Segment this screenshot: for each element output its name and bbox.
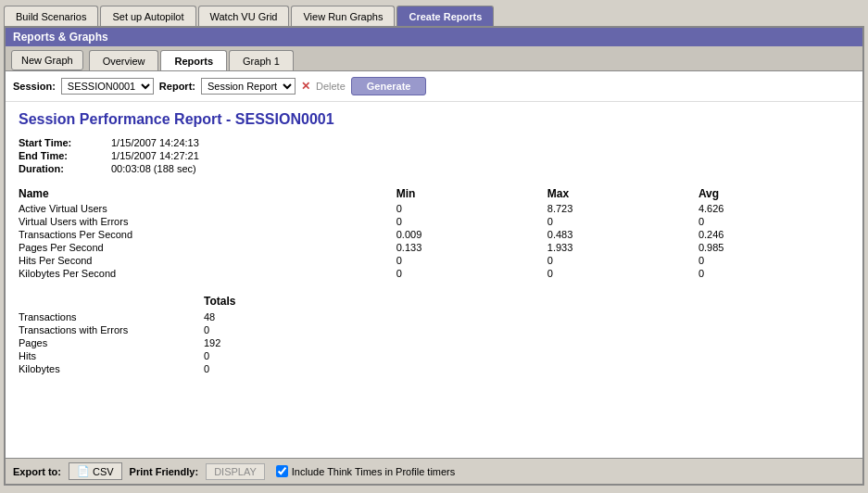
stats-table: Name Min Max Avg Active Virtual Users 0 … — [19, 185, 849, 280]
table-row: Pages Per Second 0.133 1.933 0.985 — [19, 241, 849, 254]
list-item: Kilobytes 0 — [19, 363, 849, 374]
table-row: Hits Per Second 0 0 0 — [19, 254, 849, 267]
end-time-value: 1/15/2007 14:27:21 — [111, 150, 199, 161]
end-time-row: End Time: 1/15/2007 14:27:21 — [19, 150, 849, 161]
controls-bar: Session: SESSION0001 Report: Session Rep… — [6, 71, 862, 102]
totals-row-value: 48 — [204, 311, 215, 322]
bottom-bar: Export to: 📄 CSV Print Friendly: DISPLAY… — [6, 458, 862, 484]
totals-row-label: Kilobytes — [19, 363, 204, 374]
row-name: Active Virtual Users — [19, 202, 396, 215]
tab-setup-autopilot[interactable]: Set up Autopilot — [100, 6, 195, 26]
tab-view-run-graphs[interactable]: View Run Graphs — [291, 6, 395, 26]
totals-header: Totals — [19, 293, 849, 311]
tab-build-scenarios[interactable]: Build Scenarios — [4, 6, 98, 26]
col-avg-header: Avg — [698, 185, 849, 202]
row-avg: 0.985 — [698, 241, 849, 254]
start-time-label: Start Time: — [19, 137, 111, 148]
row-max: 1.933 — [547, 241, 698, 254]
list-item: Pages 192 — [19, 337, 849, 348]
row-avg: 0.246 — [698, 228, 849, 241]
totals-row-value: 0 — [204, 363, 209, 374]
table-row: Kilobytes Per Second 0 0 0 — [19, 267, 849, 280]
tab-watch-vu-grid[interactable]: Watch VU Grid — [198, 6, 290, 26]
row-name: Transactions Per Second — [19, 228, 396, 241]
duration-row: Duration: 00:03:08 (188 sec) — [19, 163, 849, 174]
print-label: Print Friendly: — [130, 466, 199, 477]
tab-graph1[interactable]: Graph 1 — [229, 50, 294, 70]
think-times-label: Include Think Times in Profile timers — [292, 466, 455, 477]
totals-row-label: Pages — [19, 337, 204, 348]
totals-row-value: 192 — [204, 337, 220, 348]
row-name: Virtual Users with Errors — [19, 215, 396, 228]
export-label: Export to: — [13, 466, 61, 477]
start-time-row: Start Time: 1/15/2007 14:24:13 — [19, 137, 849, 148]
panel-header: Reports & Graphs — [6, 28, 862, 46]
main-container: Reports & Graphs New Graph Overview Repo… — [4, 26, 864, 486]
totals-row-label: Transactions — [19, 311, 204, 322]
csv-button[interactable]: 📄 CSV — [69, 462, 122, 480]
table-row: Transactions Per Second 0.009 0.483 0.24… — [19, 228, 849, 241]
row-max: 0 — [547, 215, 698, 228]
delete-button[interactable]: Delete — [316, 81, 346, 92]
report-title: Session Performance Report - SESSION0001 — [19, 111, 849, 128]
row-min: 0 — [396, 254, 547, 267]
totals-row-value: 0 — [204, 350, 209, 361]
list-item: Transactions 48 — [19, 311, 849, 322]
row-max: 0.483 — [547, 228, 698, 241]
table-row: Virtual Users with Errors 0 0 0 — [19, 215, 849, 228]
row-min: 0.009 — [396, 228, 547, 241]
row-max: 0 — [547, 267, 698, 280]
row-max: 0 — [547, 254, 698, 267]
tab-overview[interactable]: Overview — [89, 50, 159, 70]
display-button[interactable]: DISPLAY — [206, 463, 265, 480]
list-item: Hits 0 — [19, 350, 849, 361]
list-item: Transactions with Errors 0 — [19, 324, 849, 335]
session-label: Session: — [13, 81, 56, 92]
row-max: 8.723 — [547, 202, 698, 215]
inner-tabs-bar: New Graph Overview Reports Graph 1 — [6, 46, 862, 71]
stats-header-row: Name Min Max Avg — [19, 185, 849, 202]
col-max-header: Max — [547, 185, 698, 202]
end-time-label: End Time: — [19, 150, 111, 161]
row-min: 0.133 — [396, 241, 547, 254]
row-name: Pages Per Second — [19, 241, 396, 254]
row-name: Hits Per Second — [19, 254, 396, 267]
row-min: 0 — [396, 215, 547, 228]
start-time-value: 1/15/2007 14:24:13 — [111, 137, 199, 148]
top-nav: Build Scenarios Set up Autopilot Watch V… — [0, 0, 868, 26]
generate-button[interactable]: Generate — [351, 77, 427, 95]
duration-label: Duration: — [19, 163, 111, 174]
col-name-header: Name — [19, 185, 396, 202]
tab-reports[interactable]: Reports — [160, 50, 227, 70]
row-avg: 0 — [698, 254, 849, 267]
totals-row-label: Transactions with Errors — [19, 324, 204, 335]
row-min: 0 — [396, 202, 547, 215]
totals-row-label: Hits — [19, 350, 204, 361]
row-name: Kilobytes Per Second — [19, 267, 396, 280]
totals-row-value: 0 — [204, 324, 209, 335]
delete-x-icon: ✕ — [301, 80, 310, 93]
row-avg: 0 — [698, 267, 849, 280]
new-graph-button[interactable]: New Graph — [11, 50, 83, 70]
think-times-checkbox[interactable] — [276, 465, 288, 477]
row-min: 0 — [396, 267, 547, 280]
csv-icon: 📄 — [77, 465, 90, 477]
row-avg: 4.626 — [698, 202, 849, 215]
report-select[interactable]: Session Report — [201, 78, 296, 95]
session-select[interactable]: SESSION0001 — [61, 78, 154, 95]
row-avg: 0 — [698, 215, 849, 228]
col-min-header: Min — [396, 185, 547, 202]
think-times-area: Include Think Times in Profile timers — [276, 465, 455, 477]
duration-value: 00:03:08 (188 sec) — [111, 163, 196, 174]
csv-label: CSV — [93, 466, 114, 477]
content-area[interactable]: Session Performance Report - SESSION0001… — [6, 102, 862, 458]
table-row: Active Virtual Users 0 8.723 4.626 — [19, 202, 849, 215]
totals-section: Totals Transactions 48 Transactions with… — [19, 293, 849, 374]
tab-create-reports[interactable]: Create Reports — [396, 6, 494, 26]
meta-table: Start Time: 1/15/2007 14:24:13 End Time:… — [19, 137, 849, 174]
report-label: Report: — [159, 81, 195, 92]
